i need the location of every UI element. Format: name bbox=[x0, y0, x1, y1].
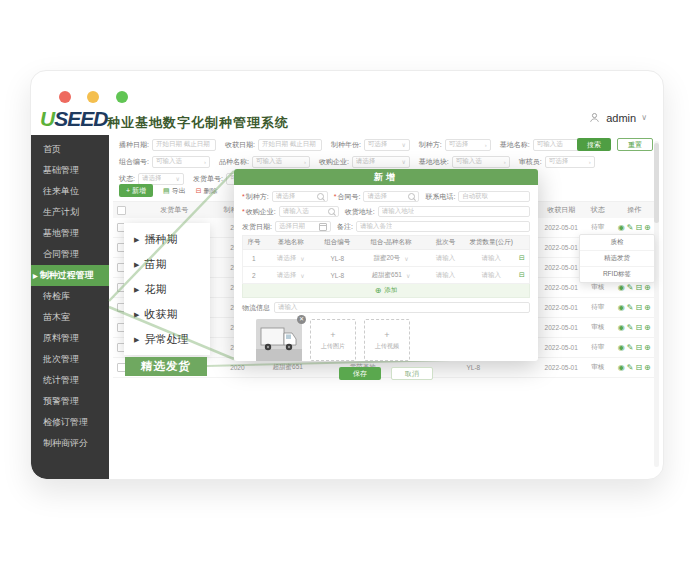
flow-stage-4[interactable]: ▶异常处理 bbox=[134, 327, 210, 352]
qty-input-cell[interactable]: 请输入 bbox=[467, 271, 515, 280]
upload-video-button[interactable]: + 上传视频 bbox=[364, 319, 410, 361]
sidebar-item-4[interactable]: 基地管理 bbox=[31, 223, 109, 244]
sidebar-item-1[interactable]: 基础管理 bbox=[31, 160, 109, 181]
select-all-checkbox[interactable] bbox=[117, 206, 126, 215]
modal-input[interactable]: 请输入选 bbox=[279, 206, 339, 217]
view-icon[interactable]: ◉ bbox=[618, 283, 625, 292]
delete-icon[interactable]: ⊟ bbox=[635, 363, 642, 372]
delete-button[interactable]: ⊟ 删除 bbox=[196, 186, 218, 196]
modal-form-row-1: *制种方:请选择*合同号:请选择联系电话:自动获取 bbox=[242, 190, 530, 203]
close-window-icon[interactable] bbox=[59, 91, 71, 103]
trash-icon[interactable]: ⊟ bbox=[519, 254, 525, 262]
flow-stage-2[interactable]: ▶花期 bbox=[134, 277, 210, 302]
filter-input[interactable]: 可选择› bbox=[545, 156, 595, 168]
delete-icon[interactable]: ⊟ bbox=[635, 283, 642, 292]
qty-input-cell[interactable]: 请输入 bbox=[467, 254, 515, 263]
edit-icon[interactable]: ✎ bbox=[627, 283, 634, 292]
delete-icon[interactable]: ⊟ bbox=[635, 323, 642, 332]
modal-input[interactable]: 请选择 bbox=[363, 191, 419, 202]
row-menu-item-0[interactable]: 质检 bbox=[580, 235, 654, 251]
batch-input-cell[interactable]: 请输入 bbox=[424, 254, 468, 263]
add-button[interactable]: + 新增 bbox=[119, 184, 153, 197]
sidebar-item-10[interactable]: 批次管理 bbox=[31, 349, 109, 370]
user-menu[interactable]: admin ∨ bbox=[588, 111, 647, 124]
sidebar-item-3[interactable]: 生产计划 bbox=[31, 202, 109, 223]
modal-input[interactable]: 请输入地址 bbox=[378, 206, 530, 217]
variety-select-cell[interactable]: 甜蜜20号∨ bbox=[358, 254, 424, 263]
filter-input[interactable]: 可输入选› bbox=[152, 156, 210, 168]
sidebar-item-6[interactable]: ▶制种过程管理 bbox=[31, 265, 109, 286]
sidebar-item-8[interactable]: 苗木室 bbox=[31, 307, 109, 328]
sidebar-item-13[interactable]: 检修订管理 bbox=[31, 412, 109, 433]
truck-photo-thumbnail[interactable]: ✕ bbox=[256, 319, 302, 361]
edit-icon[interactable]: ✎ bbox=[627, 363, 634, 372]
flow-stage-3[interactable]: ▶收获期 bbox=[134, 302, 210, 327]
base-select-cell[interactable]: 请选择∨ bbox=[265, 271, 317, 280]
more-actions-icon[interactable]: ⊕ bbox=[644, 223, 651, 232]
more-actions-icon[interactable]: ⊕ bbox=[644, 363, 651, 372]
filter-input[interactable]: 开始日期 截止日期 bbox=[152, 139, 216, 151]
search-button[interactable]: 搜索 bbox=[577, 138, 611, 151]
sidebar-item-11[interactable]: 统计管理 bbox=[31, 370, 109, 391]
edit-icon[interactable]: ✎ bbox=[627, 303, 634, 312]
scrollbar[interactable] bbox=[654, 141, 659, 467]
scrollbar-thumb[interactable] bbox=[654, 143, 659, 223]
edit-icon[interactable]: ✎ bbox=[627, 343, 634, 352]
reset-button[interactable]: 重置 bbox=[617, 138, 653, 151]
edit-icon[interactable]: ✎ bbox=[627, 223, 634, 232]
save-button[interactable]: 保存 bbox=[339, 367, 381, 380]
flow-stage-1[interactable]: ▶苗期 bbox=[134, 252, 210, 277]
sidebar-item-12[interactable]: 预警管理 bbox=[31, 391, 109, 412]
selected-shipping-tag[interactable]: 精选发货 bbox=[125, 357, 207, 376]
view-icon[interactable]: ◉ bbox=[618, 303, 625, 312]
modal-input[interactable]: 请输入备注 bbox=[356, 221, 530, 232]
variety-select-cell[interactable]: 超甜蜜651∨ bbox=[358, 271, 424, 280]
sidebar-item-9[interactable]: 原料管理 bbox=[31, 328, 109, 349]
filter-input[interactable]: 可输入选› bbox=[452, 156, 510, 168]
sidebar-item-14[interactable]: 制种商评分 bbox=[31, 433, 109, 454]
sidebar-item-label: 预警管理 bbox=[43, 395, 79, 408]
trash-icon[interactable]: ⊟ bbox=[519, 271, 525, 279]
base-select-cell[interactable]: 请选择∨ bbox=[265, 254, 317, 263]
maximize-window-icon[interactable] bbox=[116, 91, 128, 103]
filter-input[interactable]: 可输入选› bbox=[252, 156, 310, 168]
remove-photo-icon[interactable]: ✕ bbox=[297, 315, 306, 324]
flow-stage-0[interactable]: ▶播种期 bbox=[134, 227, 210, 252]
filter-input[interactable]: 请选择∨ bbox=[352, 156, 410, 168]
more-actions-icon[interactable]: ⊕ bbox=[644, 303, 651, 312]
modal-form-row-2: *收购企业:请输入选收货地址:请输入地址 bbox=[242, 205, 530, 218]
delete-icon[interactable]: ⊟ bbox=[635, 303, 642, 312]
sidebar-item-0[interactable]: 首页 bbox=[31, 139, 109, 160]
delete-icon[interactable]: ⊟ bbox=[635, 343, 642, 352]
view-icon[interactable]: ◉ bbox=[618, 343, 625, 352]
column-header: 发货单号 bbox=[131, 205, 218, 215]
sidebar-item-7[interactable]: 待检库 bbox=[31, 286, 109, 307]
sidebar-item-5[interactable]: 合同管理 bbox=[31, 244, 109, 265]
sidebar-item-2[interactable]: 往来单位 bbox=[31, 181, 109, 202]
minimize-window-icon[interactable] bbox=[87, 91, 99, 103]
modal-input[interactable]: 选择日期 bbox=[275, 221, 331, 232]
view-icon[interactable]: ◉ bbox=[618, 363, 625, 372]
more-actions-icon[interactable]: ⊕ bbox=[644, 323, 651, 332]
truck-image bbox=[256, 319, 302, 361]
modal-input[interactable]: 自动获取 bbox=[458, 191, 530, 202]
modal-input[interactable]: 请选择 bbox=[272, 191, 328, 202]
add-row-button[interactable]: ⊕添加 bbox=[242, 284, 530, 298]
more-actions-icon[interactable]: ⊕ bbox=[644, 283, 651, 292]
filter-input[interactable]: 可选择› bbox=[445, 139, 491, 151]
more-actions-icon[interactable]: ⊕ bbox=[644, 343, 651, 352]
row-menu-item-1[interactable]: 精选发货 bbox=[580, 251, 654, 267]
view-icon[interactable]: ◉ bbox=[618, 323, 625, 332]
upload-image-button[interactable]: + 上传图片 bbox=[310, 319, 356, 361]
cancel-button[interactable]: 取消 bbox=[391, 367, 433, 380]
edit-icon[interactable]: ✎ bbox=[627, 323, 634, 332]
filter-input[interactable]: 开始日期 截止日期 bbox=[258, 139, 322, 151]
export-button[interactable]: ▤ 导出 bbox=[163, 186, 186, 196]
row-menu-item-2[interactable]: RFID标签 bbox=[580, 267, 654, 282]
logistics-input[interactable]: 请输入 bbox=[274, 302, 530, 313]
batch-input-cell[interactable]: 请输入 bbox=[424, 271, 468, 280]
view-icon[interactable]: ◉ bbox=[618, 223, 625, 232]
delete-icon[interactable]: ⊟ bbox=[635, 223, 642, 232]
filter-input[interactable]: 可选择∨ bbox=[364, 139, 410, 151]
filter-input[interactable]: 请选择∨ bbox=[138, 173, 184, 185]
